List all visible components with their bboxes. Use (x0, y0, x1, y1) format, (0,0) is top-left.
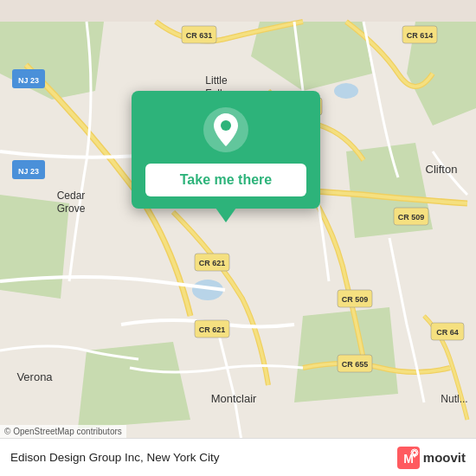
svg-point-43 (221, 120, 231, 131)
svg-text:CR 621: CR 621 (199, 259, 226, 267)
svg-text:CR 509: CR 509 (398, 213, 425, 222)
location-pin-icon (203, 106, 249, 153)
svg-text:Montclair: Montclair (211, 392, 257, 405)
location-text: Edison Design Group Inc, New York City (10, 451, 397, 464)
moovit-wordmark: moovit (423, 450, 466, 465)
moovit-icon-svg: M (397, 447, 420, 469)
svg-text:CR 64: CR 64 (436, 328, 459, 337)
moovit-logo: M moovit (397, 447, 466, 469)
osm-attribution: © OpenStreetMap contributors (0, 425, 126, 438)
svg-point-47 (413, 451, 415, 453)
svg-text:Nutl...: Nutl... (441, 393, 467, 405)
svg-point-9 (334, 83, 358, 99)
svg-text:NJ 23: NJ 23 (18, 167, 39, 176)
svg-text:Verona: Verona (16, 370, 53, 383)
svg-marker-5 (78, 342, 190, 428)
bottom-bar: Edison Design Group Inc, New York City M… (0, 438, 476, 476)
take-me-there-button[interactable]: Take me there (145, 164, 306, 196)
svg-text:NJ 23: NJ 23 (18, 76, 39, 85)
svg-text:CR 655: CR 655 (342, 360, 369, 369)
svg-text:Cedar: Cedar (57, 190, 86, 202)
popup-card: Take me there (132, 91, 320, 209)
svg-text:CR 614: CR 614 (407, 31, 434, 40)
svg-text:Clifton: Clifton (426, 163, 458, 176)
svg-text:CR 509: CR 509 (342, 295, 369, 304)
map-svg: NJ 23 NJ 23 NJ 3 CR 631 CR 614 CR 621 CR… (0, 0, 476, 476)
svg-text:Grove: Grove (57, 203, 86, 215)
map-container: NJ 23 NJ 23 NJ 3 CR 631 CR 614 CR 621 CR… (0, 0, 476, 476)
svg-text:CR 631: CR 631 (186, 31, 213, 40)
svg-text:CR 621: CR 621 (199, 325, 226, 334)
svg-text:Little: Little (205, 74, 228, 87)
